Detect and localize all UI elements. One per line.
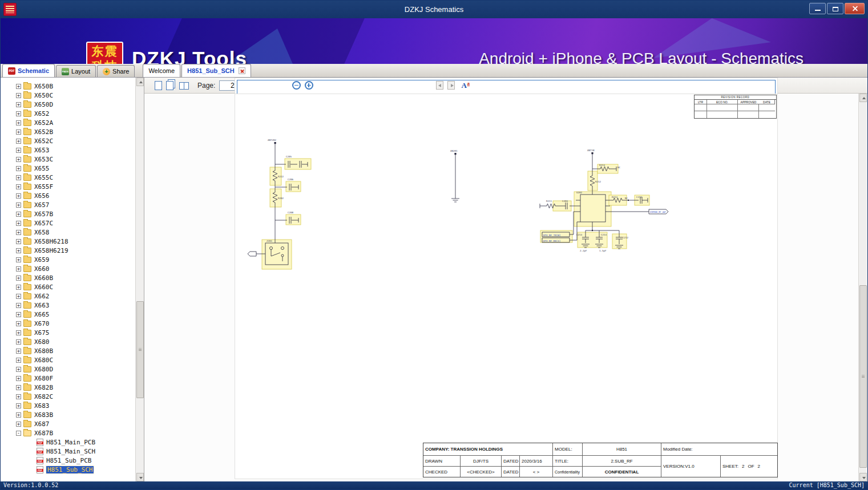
expand-plus-icon[interactable] [16,303,21,308]
tree-folder-item[interactable]: X655C [1,173,135,182]
tree-folder-item[interactable]: X663 [1,301,135,310]
expand-plus-icon[interactable] [16,403,21,408]
tree-folder-item[interactable]: X675 [1,328,135,337]
tree-folder-item[interactable]: X655 [1,164,135,173]
tree-folder-item[interactable]: X660C [1,282,135,291]
font-size-button[interactable] [461,81,471,90]
tree-folder-item[interactable]: X658H6218 [1,237,135,246]
scrollbar-thumb[interactable] [859,285,867,468]
expand-plus-icon[interactable] [16,367,21,372]
tree-file-item[interactable]: H851_Main_SCH [1,447,135,456]
find-previous-button[interactable] [436,81,443,90]
scroll-down-icon[interactable] [136,473,144,481]
tree-folder-item[interactable]: X662 [1,291,135,301]
expand-plus-icon[interactable] [16,285,21,290]
expand-plus-icon[interactable] [16,120,21,125]
expand-plus-icon[interactable] [16,93,21,98]
expand-plus-icon[interactable] [16,312,21,317]
expand-plus-icon[interactable] [16,412,21,418]
tree-folder-item[interactable]: X650B [1,82,135,91]
tree-folder-item[interactable]: X652A [1,118,135,127]
single-page-view-button[interactable] [155,81,162,90]
tree-folder-item[interactable]: X656 [1,191,135,200]
tree-folder-item[interactable]: X657C [1,218,135,228]
expand-plus-icon[interactable] [16,376,21,381]
expand-plus-icon[interactable] [16,266,21,272]
scroll-up-icon[interactable] [136,78,144,86]
tree-folder-item[interactable]: X650C [1,91,135,100]
expand-plus-icon[interactable] [16,257,21,262]
find-next-button[interactable] [447,81,455,90]
expand-plus-icon[interactable] [16,139,21,144]
tree-folder-item[interactable]: X659 [1,255,135,264]
tab-schematic[interactable]: Schematic [2,64,55,77]
tab-h851-sub-sch[interactable]: H851_Sub_SCH [181,64,251,77]
tree-folder-item[interactable]: X680C [1,355,135,365]
tree-file-item[interactable]: H851_Sub_PCB [1,456,135,465]
expand-plus-icon[interactable] [16,129,21,135]
minimize-button[interactable] [809,3,826,14]
zoom-out-button[interactable] [292,81,301,90]
continuous-view-button[interactable] [166,81,173,90]
tab-close-icon[interactable] [239,67,245,74]
expand-plus-icon[interactable] [16,175,21,180]
tree-folder-item[interactable]: X657B [1,209,135,218]
tree-folder-item[interactable]: X670 [1,319,135,328]
tree-folder-item[interactable]: X683 [1,401,135,410]
expand-plus-icon[interactable] [16,330,21,335]
tree-folder-item[interactable]: X650D [1,100,135,109]
tab-share[interactable]: Share [97,65,135,77]
expand-plus-icon[interactable] [16,385,21,390]
scroll-up-icon[interactable] [859,94,867,102]
facing-pages-view-button[interactable] [179,82,189,90]
tree-folder-item[interactable]: X652 [1,109,135,118]
expand-plus-icon[interactable] [16,148,21,153]
tree-folder-item[interactable]: X653 [1,145,135,155]
tree-folder-item[interactable]: X680 [1,337,135,346]
tree-folder-item[interactable]: X652B [1,127,135,136]
expand-plus-icon[interactable] [16,166,21,171]
tree-folder-item[interactable]: X658H6219 [1,246,135,255]
close-button[interactable] [845,3,865,14]
expand-plus-icon[interactable] [16,193,21,199]
scroll-down-icon[interactable] [859,473,867,481]
tree-folder-item[interactable]: X687 [1,419,135,428]
tab-layout[interactable]: Layout [56,65,96,77]
expand-plus-icon[interactable] [16,111,21,116]
expand-plus-icon[interactable] [16,339,21,345]
tab-welcome[interactable]: Welcome [143,64,180,77]
expand-plus-icon[interactable] [16,422,21,427]
tree-file-item[interactable]: H851_Main_PCB [1,438,135,447]
tree-folder-item-expanded[interactable]: X687B [1,428,135,438]
expand-plus-icon[interactable] [16,184,21,189]
tree-folder-item[interactable]: X660 [1,264,135,273]
tree-folder-item[interactable]: X680B [1,346,135,355]
tree-folder-item[interactable]: X682C [1,392,135,401]
tree-folder-item[interactable]: X682B [1,383,135,392]
document-viewer[interactable]: ANT202 C205 R222 C206 R202 C208 Z201 AN2… [144,94,858,481]
tree-folder-item[interactable]: X680D [1,365,135,374]
expand-plus-icon[interactable] [16,84,21,89]
tree-folder-item[interactable]: X652C [1,136,135,145]
tree-folder-item[interactable]: X657 [1,200,135,209]
expand-plus-icon[interactable] [16,239,21,244]
expand-plus-icon[interactable] [16,221,21,226]
tree-folder-item[interactable]: X660B [1,273,135,282]
tree-folder-item[interactable]: X683B [1,410,135,419]
expand-plus-icon[interactable] [16,358,21,363]
maximize-button[interactable] [827,3,843,14]
expand-plus-icon[interactable] [16,394,21,399]
expand-plus-icon[interactable] [16,294,21,299]
viewer-scrollbar[interactable] [858,94,867,481]
zoom-in-button[interactable] [305,81,313,90]
expand-plus-icon[interactable] [16,276,21,281]
tree-file-item[interactable]: H851_Sub_SCH [1,465,135,474]
tree-folder-item[interactable]: X653C [1,155,135,164]
expand-plus-icon[interactable] [16,230,21,235]
tree-folder-item[interactable]: X665 [1,310,135,319]
tree-folder-item[interactable]: X655F [1,182,135,191]
expand-plus-icon[interactable] [16,248,21,253]
expand-plus-icon[interactable] [16,203,21,208]
tree-folder-item[interactable]: X658 [1,228,135,237]
expand-plus-icon[interactable] [16,349,21,354]
